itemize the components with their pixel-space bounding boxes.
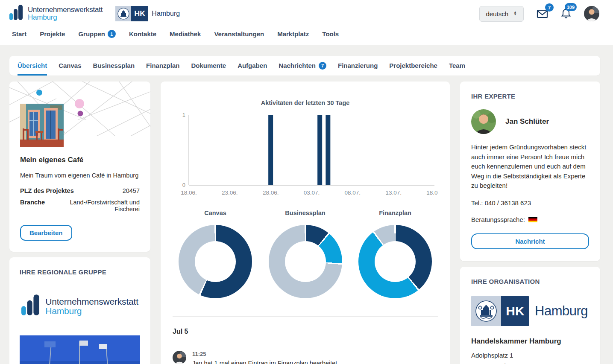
activity-bar-28.06.	[268, 115, 273, 185]
nav-badge-gruppen: 1	[108, 30, 116, 38]
nav-item-tools[interactable]: Tools	[322, 30, 339, 38]
tab-finanzplan[interactable]: Finanzplan	[146, 56, 179, 76]
language-select[interactable]: deutsch ▲▼	[479, 6, 524, 22]
hk-hamburg-logo: HK Hamburg	[115, 6, 180, 21]
svg-text:18.06.: 18.06.	[181, 189, 197, 196]
donut-chart-businessplan	[269, 225, 342, 298]
nav-item-start[interactable]: Start	[12, 30, 26, 38]
regional-group-photo	[20, 335, 140, 364]
regional-group-logo[interactable]: Unternehmenswerkstatt Hamburg	[20, 294, 140, 318]
svg-text:13.07.: 13.07.	[385, 189, 402, 196]
hk-box: HK	[131, 6, 148, 21]
nav-item-veranstaltungen[interactable]: Veranstaltungen	[214, 30, 264, 38]
messages-badge: 7	[545, 3, 554, 12]
middle-column: Aktivitäten der letzten 30 Tage 1018.06.…	[161, 82, 450, 364]
tab-dokumente[interactable]: Dokumente	[191, 56, 226, 76]
nav-item-mediathek[interactable]: Mediathek	[170, 30, 201, 38]
timeline-date: Jul 5	[173, 328, 438, 335]
project-title: Mein eigenes Café	[20, 156, 140, 164]
brand-line1: Unternehmenswerkstatt	[28, 6, 103, 14]
hk-emblem	[115, 6, 131, 21]
donut-chart-finanzplan	[358, 225, 432, 298]
nav-item-projekte[interactable]: Projekte	[40, 30, 65, 38]
brand-bars-icon	[9, 5, 24, 23]
donut-title-canvas: Canvas	[204, 210, 226, 216]
expert-bio: Hinter jedem Gründungsvorhaben steckt au…	[471, 143, 589, 191]
timeline-avatar	[173, 351, 186, 364]
activity-chart-title: Aktivitäten der letzten 30 Tage	[173, 99, 438, 106]
project-description: Mein Traum vom eigenen Café in Hamburg	[20, 172, 140, 179]
regional-group-card: IHRE REGIONALE GRUPPE Unternehmenswerkst…	[9, 257, 150, 364]
messages-button[interactable]: 7	[537, 9, 548, 19]
org-emblem	[471, 296, 501, 326]
timeline-entry: 11:25 Jan hat 1 mal einen Eintrag im Fin…	[173, 351, 438, 364]
activity-bar-chart: 1018.06.23.06.28.06.03.07.08.07.13.07.18…	[173, 108, 438, 198]
top-bar: Unternehmenswerkstatt Hamburg HK Hamburg	[0, 0, 613, 45]
select-arrows-icon: ▲▼	[513, 12, 517, 16]
tab-nachrichten[interactable]: Nachrichten7	[279, 56, 326, 76]
nav-item-marktplatz[interactable]: Marktplatz	[277, 30, 309, 38]
activity-card: Aktivitäten der letzten 30 Tage 1018.06.…	[161, 82, 450, 364]
donut-chart-canvas	[179, 225, 252, 298]
expert-name: Jan Schlüter	[505, 117, 549, 126]
main-content: ÜbersichtCanvasBusinessplanFinanzplanDok…	[0, 45, 613, 364]
expert-header: Jan Schlüter	[471, 109, 589, 134]
tab-businessplan[interactable]: Businessplan	[93, 56, 135, 76]
notifications-badge: 109	[565, 3, 577, 11]
right-column: IHR EXPERTE Jan Schlüter H	[460, 82, 600, 364]
donut-block-finanzplan: Finanzplan	[358, 210, 432, 298]
svg-text:08.07.: 08.07.	[345, 189, 361, 196]
expert-avatar[interactable]	[471, 109, 496, 134]
expert-language-row: Beratungssprache:	[471, 216, 589, 223]
left-column: Mein eigenes Café Mein Traum vom eigenen…	[9, 82, 150, 364]
brand-logo[interactable]: Unternehmenswerkstatt Hamburg	[9, 5, 103, 23]
edit-project-button[interactable]: Bearbeiten	[20, 225, 72, 241]
content-grid: Mein eigenes Café Mein Traum vom eigenen…	[9, 82, 600, 364]
header-actions: deutsch ▲▼ 7 109	[479, 6, 599, 22]
german-flag-icon	[528, 217, 537, 222]
organisation-address-line2: 20457 Hamburg	[471, 362, 517, 364]
brand-text: Unternehmenswerkstatt Hamburg	[28, 6, 103, 22]
group-logo-text: Unternehmenswerkstatt Hamburg	[45, 297, 138, 316]
donut-title-finanzplan: Finanzplan	[379, 210, 411, 216]
tab-badge-nachrichten: 7	[319, 62, 326, 70]
activity-bar-04.07.	[317, 115, 322, 185]
tab-finanzierung[interactable]: Finanzierung	[338, 56, 378, 76]
user-avatar[interactable]	[584, 6, 599, 21]
tab-team[interactable]: Team	[449, 56, 465, 76]
donut-block-businessplan: Businessplan	[269, 210, 342, 298]
regional-group-heading: IHRE REGIONALE GRUPPE	[20, 268, 140, 276]
project-field-plz: PLZ des Projektes 20457	[20, 187, 140, 194]
svg-text:0: 0	[182, 182, 185, 188]
expert-card: IHR EXPERTE Jan Schlüter H	[460, 82, 600, 261]
tab-übersicht[interactable]: Übersicht	[18, 56, 47, 76]
org-hk-box: HK	[501, 296, 529, 326]
nav-item-kontakte[interactable]: Kontakte	[129, 30, 156, 38]
project-tabbar: ÜbersichtCanvasBusinessplanFinanzplanDok…	[9, 56, 600, 76]
svg-text:28.06.: 28.06.	[263, 189, 279, 196]
tab-projektbereiche[interactable]: Projektbereiche	[389, 56, 437, 76]
organisation-address-line1: Adolphsplatz 1	[471, 352, 513, 359]
hk-city-label: Hamburg	[152, 10, 180, 17]
tab-aufgaben[interactable]: Aufgaben	[238, 56, 267, 76]
timeline-entry-text: Jan hat 1 mal einen Eintrag im Finanzpla…	[192, 360, 339, 364]
expert-heading: IHR EXPERTE	[471, 93, 589, 100]
header: Unternehmenswerkstatt Hamburg HK Hamburg	[0, 0, 613, 27]
group-logo-bars-icon	[21, 294, 41, 318]
svg-text:18.07.: 18.07.	[426, 189, 438, 196]
message-expert-button[interactable]: Nachricht	[471, 233, 589, 249]
tab-canvas[interactable]: Canvas	[59, 56, 81, 76]
org-hk-city: Hamburg	[535, 303, 588, 319]
brand-line2: Hamburg	[28, 14, 103, 21]
progress-donuts: CanvasBusinessplanFinanzplan	[173, 210, 438, 298]
notifications-button[interactable]: 109	[561, 8, 571, 19]
primary-nav: StartProjekteGruppen1KontakteMediathekVe…	[0, 27, 613, 45]
nav-item-gruppen[interactable]: Gruppen1	[78, 30, 116, 38]
donut-block-canvas: Canvas	[179, 210, 252, 298]
language-value: deutsch	[486, 10, 509, 17]
project-body: Mein eigenes Café Mein Traum vom eigenen…	[9, 136, 150, 252]
project-field-branche: Branche Land-/Forstwirtschaft und Fische…	[20, 199, 140, 213]
organisation-address: Adolphsplatz 1 20457 Hamburg	[471, 350, 589, 364]
activity-bar-05.07.	[326, 115, 330, 185]
timeline-divider	[173, 316, 438, 317]
